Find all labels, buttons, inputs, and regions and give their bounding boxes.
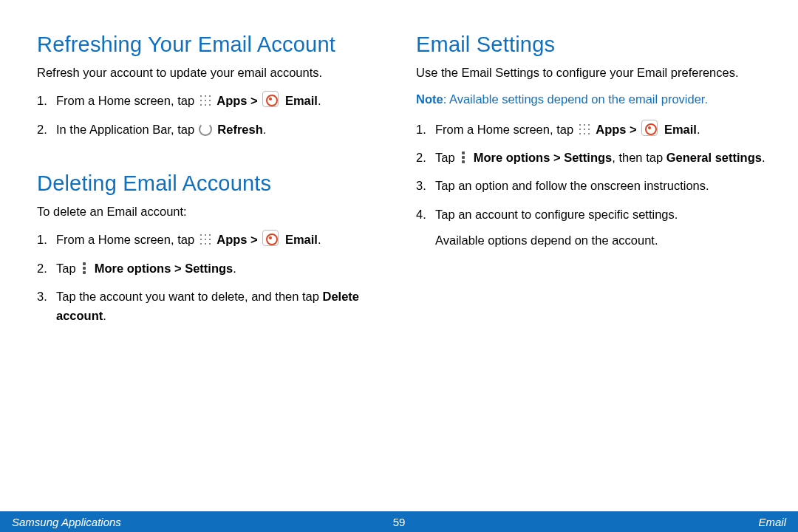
step-item: Tap an account to configure specific set… xyxy=(416,205,765,250)
heading-deleting: Deleting Email Accounts xyxy=(37,171,386,196)
step-post: . xyxy=(233,262,236,275)
step-text: Tap xyxy=(56,262,79,275)
general-settings-label: General settings xyxy=(666,151,762,164)
footer-page-number: 59 xyxy=(393,516,406,528)
email-label: Email xyxy=(664,123,697,136)
step-mid: , then tap xyxy=(612,151,666,164)
page-footer: Samsung Applications 59 Email xyxy=(0,511,798,532)
note-label: Note xyxy=(416,92,443,106)
note-body: : Available settings depend on the email… xyxy=(443,92,708,106)
step-text: Tap an account to configure specific set… xyxy=(435,208,678,221)
step-text: From a Home screen, tap xyxy=(56,233,198,246)
email-app-icon xyxy=(262,230,279,246)
more-options-icon xyxy=(81,262,88,275)
apps-label: Apps > xyxy=(216,233,261,246)
apps-label: Apps > xyxy=(216,94,261,107)
apps-grid-icon xyxy=(199,233,212,246)
step-text: From a Home screen, tap xyxy=(56,94,198,107)
right-column: Email Settings Use the Email Settings to… xyxy=(416,33,765,335)
step-item: From a Home screen, tap Apps > Email. xyxy=(416,120,765,139)
step-post: . xyxy=(263,123,267,136)
steps-email-settings: From a Home screen, tap Apps > Email. Ta… xyxy=(416,120,765,250)
step-item: In the Application Bar, tap Refresh. xyxy=(37,120,386,139)
more-options-icon xyxy=(460,151,467,164)
step-text: In the Application Bar, tap xyxy=(56,123,198,136)
steps-deleting: From a Home screen, tap Apps > Email. Ta… xyxy=(37,230,386,326)
step-item: Tap More options > Settings. xyxy=(37,259,386,278)
left-column: Refreshing Your Email Account Refresh yo… xyxy=(37,33,386,335)
more-label: More options > Settings xyxy=(474,151,612,164)
step-item: From a Home screen, tap Apps > Email. xyxy=(37,91,386,110)
email-app-icon xyxy=(641,120,658,136)
step-post: . xyxy=(762,151,765,164)
more-label: More options > Settings xyxy=(95,262,233,275)
intro-email-settings: Use the Email Settings to configure your… xyxy=(416,64,765,81)
footer-left: Samsung Applications xyxy=(12,516,121,528)
refresh-label: Refresh xyxy=(217,123,262,136)
step-post: . xyxy=(318,233,321,246)
step-item: Tap an option and follow the onscreen in… xyxy=(416,176,765,195)
step-text: Tap xyxy=(435,151,458,164)
heading-email-settings: Email Settings xyxy=(416,33,765,57)
heading-refreshing: Refreshing Your Email Account xyxy=(37,33,386,57)
intro-deleting: To delete an Email account: xyxy=(37,203,386,219)
step-item: Tap More options > Settings, then tap Ge… xyxy=(416,148,765,167)
note-text: Note: Available settings depend on the e… xyxy=(416,91,765,107)
refresh-icon xyxy=(199,123,212,136)
step-post: . xyxy=(697,123,700,136)
intro-refreshing: Refresh your account to update your emai… xyxy=(37,64,386,81)
email-app-icon xyxy=(262,91,279,107)
step-text: From a Home screen, tap xyxy=(435,123,577,136)
step-post: . xyxy=(103,309,106,322)
apps-grid-icon xyxy=(199,94,212,107)
step-text: Tap the account you want to delete, and … xyxy=(56,290,323,303)
step-subtext: Available options depend on the account. xyxy=(435,231,765,250)
step-item: Tap the account you want to delete, and … xyxy=(37,287,386,326)
email-label: Email xyxy=(285,94,318,107)
apps-grid-icon xyxy=(578,123,591,136)
step-item: From a Home screen, tap Apps > Email. xyxy=(37,230,386,249)
step-post: . xyxy=(318,94,321,107)
email-label: Email xyxy=(285,233,318,246)
footer-right: Email xyxy=(758,516,786,528)
step-text: Tap an option and follow the onscreen in… xyxy=(435,179,709,192)
apps-label: Apps > xyxy=(596,123,640,136)
steps-refreshing: From a Home screen, tap Apps > Email. In… xyxy=(37,91,386,139)
